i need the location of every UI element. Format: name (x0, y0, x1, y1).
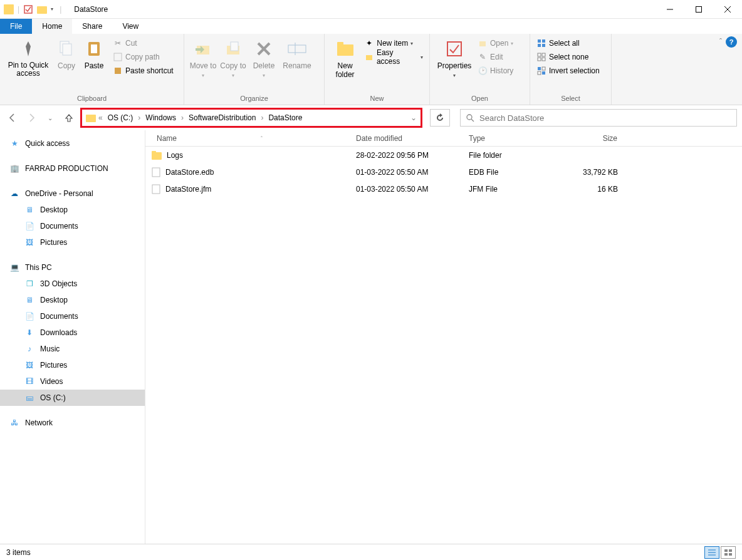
icons-view-button[interactable] (721, 546, 736, 559)
breadcrumb-item[interactable]: DataStore (266, 112, 305, 123)
qat-properties-icon[interactable] (23, 4, 33, 14)
paste-button[interactable]: Paste (80, 36, 108, 73)
pin-label: Pin to Quick access (5, 61, 51, 78)
breadcrumb-dropdown-icon[interactable]: ⌄ (410, 113, 417, 122)
maximize-button[interactable] (684, 0, 713, 19)
desktop-icon: 🖥 (24, 204, 35, 215)
svg-rect-24 (479, 41, 486, 46)
sidebar-this-pc[interactable]: 💻This PC (0, 259, 145, 276)
pc-icon: 💻 (9, 262, 20, 273)
column-size[interactable]: Size (555, 134, 624, 143)
tab-home[interactable]: Home (32, 19, 72, 34)
breadcrumb[interactable]: « OS (C:) › Windows › SoftwareDistributi… (80, 108, 422, 128)
tab-share[interactable]: Share (72, 19, 112, 34)
svg-rect-26 (542, 39, 545, 43)
breadcrumb-overflow-icon[interactable]: « (98, 113, 103, 122)
videos-icon: 🎞 (24, 376, 35, 387)
copy-label: Copy (58, 61, 75, 70)
select-all-icon (536, 38, 546, 48)
sidebar-onedrive[interactable]: ☁OneDrive - Personal (0, 185, 145, 202)
breadcrumb-folder-icon (86, 113, 96, 122)
breadcrumb-item[interactable]: OS (C:) (105, 112, 136, 123)
help-icon[interactable]: ? (726, 36, 737, 48)
column-type[interactable]: Type (462, 134, 555, 143)
svg-rect-30 (542, 53, 545, 56)
organize-group-label: Organize (188, 93, 320, 103)
sidebar-videos[interactable]: 🎞Videos (0, 373, 145, 390)
qat-dropdown-icon[interactable]: ▾ (51, 6, 53, 12)
recent-dropdown-icon[interactable]: ⌄ (43, 110, 58, 125)
sidebar-os-c[interactable]: 🖴OS (C:) (0, 390, 145, 406)
move-to-button[interactable]: Move to ▾ (188, 36, 218, 81)
divider: | (60, 5, 61, 14)
chevron-right-icon[interactable]: › (261, 113, 263, 122)
refresh-button[interactable] (430, 109, 450, 127)
pin-quick-access-button[interactable]: Pin to Quick access (4, 36, 53, 80)
back-button[interactable] (5, 110, 20, 125)
folder-icon (152, 151, 162, 160)
tab-file[interactable]: File (0, 19, 32, 34)
file-date: 01-03-2022 05:50 AM (350, 168, 462, 177)
breadcrumb-item[interactable]: SoftwareDistribution (186, 112, 258, 123)
open-button[interactable]: Open ▾ (475, 36, 516, 50)
up-button[interactable] (61, 110, 76, 125)
details-view-button[interactable] (704, 546, 719, 559)
sidebar-od-desktop[interactable]: 🖥Desktop (0, 202, 145, 218)
cut-button[interactable]: ✂Cut (110, 36, 176, 50)
new-folder-button[interactable]: New folder (328, 36, 362, 81)
sidebar-farrad[interactable]: 🏢FARRAD PRODUCTION (0, 160, 145, 177)
file-icon (152, 167, 160, 177)
delete-button[interactable]: Delete▾ (248, 36, 280, 81)
table-row[interactable]: DataStore.jfm01-03-2022 05:50 AMJFM File… (145, 180, 742, 197)
search-box[interactable] (460, 109, 737, 127)
history-button[interactable]: 🕑History (475, 64, 516, 78)
sidebar-quick-access[interactable]: ★Quick access (0, 135, 145, 152)
downloads-icon: ⬇ (24, 327, 35, 338)
rename-button[interactable]: Rename (280, 36, 315, 73)
sidebar-3d-objects[interactable]: ❒3D Objects (0, 276, 145, 292)
copy-to-button[interactable]: Copy to ▾ (218, 36, 248, 81)
copy-path-button[interactable]: Copy path (110, 50, 176, 64)
qat-newfolder-icon[interactable] (37, 4, 47, 14)
chevron-right-icon[interactable]: › (138, 113, 140, 122)
minimize-button[interactable] (656, 0, 684, 19)
breadcrumb-item[interactable]: Windows (143, 112, 179, 123)
properties-button[interactable]: Properties▾ (434, 36, 475, 81)
sidebar-network[interactable]: 🖧Network (0, 415, 145, 431)
sidebar-pictures[interactable]: 🖼Pictures (0, 357, 145, 373)
table-row[interactable]: Logs28-02-2022 09:56 PMFile folder (145, 147, 742, 163)
window-title: DataStore (74, 5, 108, 14)
paste-shortcut-button[interactable]: Paste shortcut (110, 64, 176, 78)
svg-rect-41 (152, 151, 156, 153)
sidebar: ★Quick access 🏢FARRAD PRODUCTION ☁OneDri… (0, 130, 145, 544)
select-all-button[interactable]: Select all (534, 36, 602, 50)
edit-button[interactable]: ✎Edit (475, 50, 516, 64)
rename-icon (287, 39, 307, 59)
sidebar-documents[interactable]: 📄Documents (0, 308, 145, 324)
tab-view[interactable]: View (112, 19, 149, 34)
file-name: DataStore.jfm (165, 185, 211, 194)
search-input[interactable] (479, 113, 731, 123)
sidebar-music[interactable]: ♪Music (0, 341, 145, 357)
forward-button[interactable] (24, 110, 39, 125)
invert-selection-button[interactable]: Invert selection (534, 64, 602, 78)
column-date[interactable]: Date modified (350, 134, 462, 143)
sidebar-desktop[interactable]: 🖥Desktop (0, 292, 145, 308)
ribbon-collapse-icon[interactable]: ˆ (719, 38, 722, 46)
desktop-icon: 🖥 (24, 294, 35, 306)
sidebar-downloads[interactable]: ⬇Downloads (0, 324, 145, 341)
move-to-icon (193, 39, 213, 59)
easy-access-button[interactable]: Easy access ▾ (362, 50, 426, 64)
easy-access-icon (364, 52, 374, 62)
close-button[interactable] (713, 0, 742, 19)
table-row[interactable]: DataStore.edb01-03-2022 05:50 AMEDB File… (145, 163, 742, 180)
column-name[interactable]: Nameˆ (145, 134, 350, 143)
sidebar-od-documents[interactable]: 📄Documents (0, 218, 145, 234)
network-icon: 🖧 (9, 417, 20, 428)
svg-rect-12 (115, 68, 121, 74)
copy-button[interactable]: Copy (53, 36, 80, 73)
select-none-button[interactable]: Select none (534, 50, 602, 64)
new-group-label: New (328, 93, 426, 103)
chevron-right-icon[interactable]: › (181, 113, 184, 122)
sidebar-od-pictures[interactable]: 🖼Pictures (0, 234, 145, 251)
